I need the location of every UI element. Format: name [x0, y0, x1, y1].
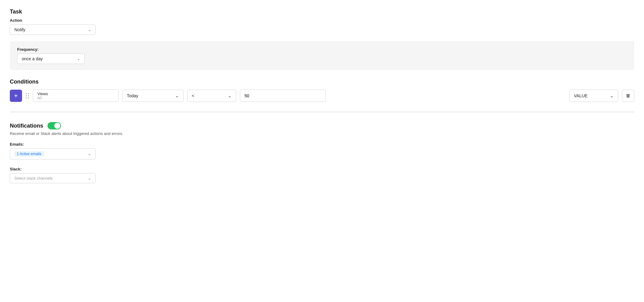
toggle-track — [47, 122, 61, 129]
drag-dot-2 — [28, 93, 29, 94]
action-select-chevron-icon: ⌄ — [88, 28, 91, 32]
toggle-thumb — [54, 123, 60, 129]
notifications-header: Notifications — [10, 122, 634, 129]
emails-label: Emails: — [10, 142, 634, 147]
plus-icon: + — [14, 92, 18, 100]
frequency-select[interactable]: once a day ⌄ — [17, 54, 85, 64]
emails-select-inner: 1 Active emails — [14, 151, 46, 157]
notifications-toggle[interactable] — [47, 122, 61, 129]
conditions-title: Conditions — [10, 79, 634, 85]
conditions-row: + Views AD Today — [10, 89, 634, 102]
condition-type-value: VALUE — [574, 93, 588, 98]
condition-value-input[interactable] — [240, 90, 326, 102]
action-label: Action — [10, 18, 634, 23]
notifications-section: Notifications Receive email or Slack ale… — [10, 122, 634, 183]
notifications-title: Notifications — [10, 123, 43, 129]
slack-select-placeholder: Select slack channels — [14, 176, 53, 181]
add-condition-button[interactable]: + — [10, 90, 22, 102]
action-select[interactable]: Notify ⌄ — [10, 24, 96, 35]
condition-date-select[interactable]: Today ⌄ — [122, 90, 184, 102]
action-select-value: Notify — [14, 27, 25, 32]
condition-operator-value: < — [192, 93, 194, 98]
date-chevron-icon: ⌄ — [175, 93, 179, 98]
frequency-select-value: once a day — [22, 56, 43, 61]
type-chevron-icon: ⌄ — [610, 93, 614, 98]
slack-chevron-icon: ⌄ — [88, 176, 91, 181]
frequency-section: Frequency: once a day ⌄ — [10, 41, 634, 70]
action-wrapper: Action Notify ⌄ — [10, 18, 634, 35]
slack-section: Slack: Select slack channels ⌄ — [10, 167, 634, 183]
conditions-section: Conditions + Views AD — [10, 79, 634, 102]
operator-chevron-icon: ⌄ — [228, 93, 232, 98]
drag-dot-5 — [26, 97, 27, 99]
condition-type-select[interactable]: VALUE ⌄ — [569, 90, 618, 102]
emails-chevron-icon: ⌄ — [88, 152, 91, 156]
drag-handle[interactable] — [26, 93, 29, 99]
slack-select[interactable]: Select slack channels ⌄ — [10, 173, 96, 183]
drag-dot-4 — [28, 95, 29, 96]
section-divider — [10, 112, 634, 112]
frequency-chevron-icon: ⌄ — [77, 57, 80, 61]
slack-label: Slack: — [10, 167, 634, 171]
active-emails-badge: 1 Active emails — [14, 151, 44, 157]
emails-section: Emails: 1 Active emails ⌄ — [10, 142, 634, 159]
task-title: Task — [10, 9, 634, 15]
condition-field-sub: AD — [37, 96, 114, 100]
trash-icon — [626, 93, 631, 98]
condition-field-name: Views — [37, 91, 114, 96]
condition-date-value: Today — [127, 93, 138, 98]
frequency-label: Frequency: — [17, 47, 627, 52]
delete-condition-button[interactable] — [622, 90, 634, 102]
drag-dot-3 — [26, 95, 27, 96]
drag-dot-1 — [26, 93, 27, 94]
condition-operator-select[interactable]: < ⌄ — [187, 90, 236, 102]
notifications-description: Receive email or Slack alerts about trig… — [10, 131, 634, 136]
task-section: Task Action Notify ⌄ Frequency: once a d… — [10, 9, 634, 102]
drag-dot-6 — [28, 97, 29, 99]
emails-select[interactable]: 1 Active emails ⌄ — [10, 148, 96, 159]
condition-field-box[interactable]: Views AD — [33, 89, 119, 102]
